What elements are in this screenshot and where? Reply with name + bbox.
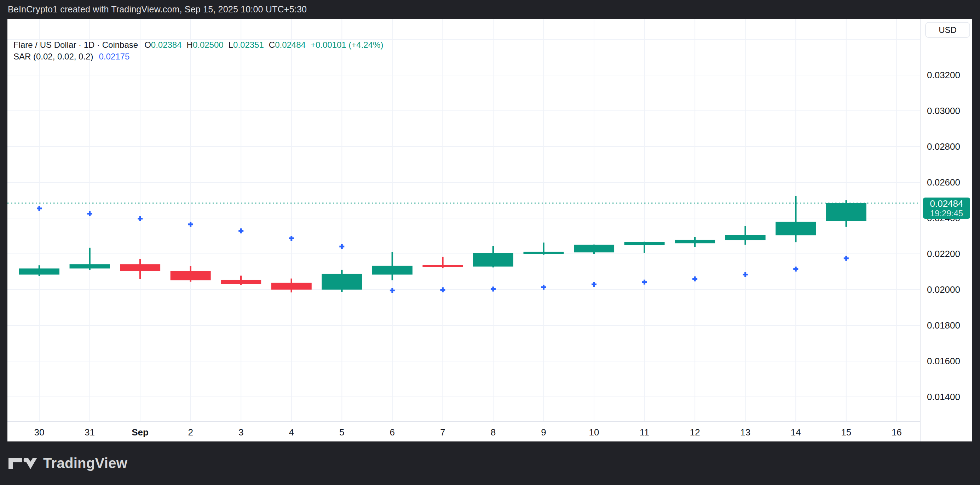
sar-dot: [642, 280, 647, 285]
chart-panel: Flare / US Dollar · 1D · Coinbase O0.023…: [8, 19, 972, 442]
last-price-value: 0.02484: [930, 198, 963, 209]
time-tick-12: 12: [690, 427, 700, 437]
tradingview-wordmark: TradingView: [43, 455, 127, 471]
time-tick-13: 13: [740, 427, 750, 437]
time-tick-6: 6: [390, 427, 395, 437]
price-tick-0.02800: 0.02800: [927, 141, 960, 152]
ohlc-item-H: H0.02500: [187, 40, 224, 49]
ohlc-item-O: O0.02384: [144, 40, 181, 49]
ohlc-item-C: C0.02484: [269, 40, 305, 49]
sar-dot: [743, 272, 748, 277]
footer-bar: TradingView: [0, 442, 980, 485]
sar-dot: [390, 288, 395, 293]
indicator-value: 0.02175: [99, 52, 129, 62]
time-tick-14: 14: [791, 427, 801, 437]
price-tick-0.02200: 0.02200: [927, 249, 960, 259]
candle-body-Sep-5: [321, 274, 362, 290]
time-tick-15: 15: [841, 427, 851, 437]
sar-dot: [188, 222, 193, 227]
sar-dot: [491, 286, 496, 291]
candle-body-Sep-3: [221, 280, 261, 284]
chart-legend: Flare / US Dollar · 1D · Coinbase O0.023…: [13, 40, 383, 63]
candlestick-plot-area[interactable]: [8, 19, 920, 421]
price-tick-0.01600: 0.01600: [927, 356, 960, 366]
time-tick-5: 5: [339, 427, 344, 437]
price-tick-0.01800: 0.01800: [927, 320, 960, 331]
candle-body-Sep-9: [523, 252, 564, 254]
candle-body-Aug-31: [70, 264, 110, 268]
time-tick-10: 10: [589, 427, 599, 437]
watermark-top-bar: BeInCrypto1 created with TradingView.com…: [0, 0, 980, 19]
price-tick-0.02600: 0.02600: [927, 177, 960, 188]
time-tick-9: 9: [541, 427, 546, 437]
indicator-row: SAR (0.02, 0.02, 0.2) 0.02175: [13, 52, 383, 63]
candle-body-Sep-13: [725, 235, 765, 240]
sar-dot: [88, 211, 92, 216]
sar-dot: [440, 287, 445, 292]
candle-body-Sep-11: [624, 242, 665, 245]
tradingview-logo-icon: [8, 457, 38, 469]
candle-body-Sep-2: [170, 271, 211, 280]
last-price-badge: 0.02484 19:29:45: [923, 198, 970, 219]
price-tick-0.03200: 0.03200: [927, 70, 960, 80]
price-tick-0.01400: 0.01400: [927, 391, 960, 402]
tradingview-link[interactable]: TradingView: [8, 455, 127, 471]
ohlc-item-L: L0.02351: [229, 40, 264, 49]
candle-body-Aug-30: [19, 268, 59, 274]
bar-countdown: 19:29:45: [930, 209, 963, 218]
watermark-text: BeInCrypto1 created with TradingView.com…: [8, 4, 307, 14]
price-tick-0.03000: 0.03000: [927, 105, 960, 116]
time-tick-11: 11: [640, 427, 649, 437]
sar-dot: [239, 228, 243, 233]
sar-dot: [138, 216, 143, 221]
candle-body-Sep-10: [574, 245, 614, 252]
candle-body-Sep-1: [120, 264, 160, 271]
symbol-title: Flare / US Dollar · 1D · Coinbase: [13, 40, 138, 50]
time-tick-3: 3: [239, 427, 243, 437]
sar-dot: [289, 236, 294, 241]
time-tick-2: 2: [188, 427, 193, 437]
candle-body-Sep-12: [675, 240, 715, 243]
currency-button[interactable]: USD: [925, 22, 970, 38]
symbol-row: Flare / US Dollar · 1D · Coinbase O0.023…: [13, 40, 383, 52]
time-tick-Sep: Sep: [132, 427, 149, 437]
sar-dot: [339, 244, 344, 249]
price-axis[interactable]: 0.032000.030000.028000.026000.024000.022…: [920, 19, 972, 442]
sar-dot: [592, 282, 597, 287]
sar-dot: [793, 266, 798, 271]
sar-dot: [692, 276, 697, 281]
time-tick-7: 7: [440, 427, 445, 437]
candle-body-Sep-4: [271, 283, 312, 290]
time-tick-31: 31: [84, 427, 95, 437]
price-tick-0.02000: 0.02000: [927, 284, 960, 295]
candle-body-Sep-6: [372, 266, 412, 275]
candle-wick: [795, 196, 797, 242]
time-tick-30: 30: [34, 427, 45, 437]
price-change: +0.00101 (+4.24%): [311, 40, 383, 50]
time-tick-16: 16: [892, 427, 902, 437]
candle-body-Sep-8: [473, 253, 513, 266]
candle-body-Sep-14: [775, 222, 816, 235]
time-axis[interactable]: 3031Sep2345678910111213141516: [8, 421, 920, 442]
candle-body-Sep-15: [826, 203, 866, 221]
sar-dot: [541, 285, 546, 290]
sar-dot: [844, 256, 849, 261]
sar-dot: [37, 206, 42, 211]
time-tick-4: 4: [289, 427, 294, 437]
ohlc-values: O0.02384H0.02500L0.02351C0.02484: [144, 40, 311, 50]
indicator-name: SAR (0.02, 0.02, 0.2): [13, 52, 93, 62]
time-tick-8: 8: [491, 427, 496, 437]
candle-body-Sep-7: [422, 265, 463, 267]
page: { "top_bar": { "text": "BeInCrypto1 crea…: [0, 0, 980, 485]
